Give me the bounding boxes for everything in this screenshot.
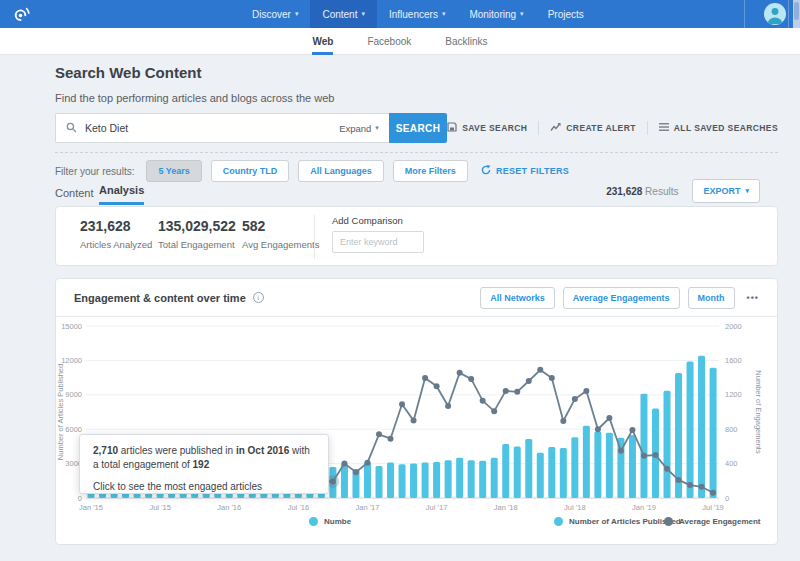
legend-label: Numbe	[324, 517, 351, 526]
action-label: CREATE ALERT	[566, 123, 636, 133]
divider	[314, 215, 315, 259]
list-icon	[659, 122, 669, 134]
svg-text:Jan '19: Jan '19	[632, 503, 656, 512]
svg-text:800: 800	[725, 425, 738, 434]
search-box[interactable]: Expand ▾	[55, 113, 389, 143]
legend-item-articles[interactable]: Number of Articles Published	[554, 517, 681, 526]
nav-item-discover[interactable]: Discover ▾	[240, 0, 310, 28]
chart-tooltip[interactable]: 2,710 articles were published in in Oct …	[79, 434, 329, 494]
all-networks-button[interactable]: All Networks	[480, 287, 555, 309]
chart-header: Engagement & content over time i All Net…	[56, 279, 777, 317]
svg-text:2000: 2000	[725, 322, 742, 331]
tab-backlinks[interactable]: Backlinks	[445, 28, 487, 55]
chevron-down-icon: ▾	[520, 10, 524, 18]
legend-dot-icon	[309, 517, 318, 526]
divider	[647, 121, 648, 135]
user-avatar[interactable]	[764, 3, 786, 25]
nav-item-monitoring[interactable]: Monitoring ▾	[457, 0, 535, 28]
app-logo-icon[interactable]	[12, 4, 32, 28]
export-button[interactable]: EXPORT ▾	[692, 179, 760, 203]
svg-text:Jan '16: Jan '16	[217, 503, 241, 512]
svg-text:15000: 15000	[61, 322, 82, 331]
comparison-keyword-input[interactable]	[332, 231, 424, 253]
tooltip-article-count: 2,710	[93, 445, 118, 456]
chevron-down-icon: ▾	[361, 10, 365, 18]
search-icon	[66, 119, 77, 137]
add-comparison-label: Add Comparison	[332, 215, 424, 226]
scrollbar-thumb[interactable]	[794, 2, 799, 20]
tooltip-click-hint: Click to see the most engaged articles	[93, 480, 315, 494]
save-icon	[447, 122, 457, 134]
search-button[interactable]: SEARCH	[389, 113, 447, 143]
chevron-down-icon: ▾	[375, 124, 379, 132]
svg-text:Jul '18: Jul '18	[564, 503, 585, 512]
divider	[55, 152, 778, 153]
divider	[538, 121, 539, 135]
filter-label: Filter your results:	[55, 166, 134, 177]
create-alert-button[interactable]: CREATE ALERT	[550, 122, 636, 134]
stat-articles-analyzed: 231,628 Articles Analyzed	[80, 218, 152, 250]
action-label: ALL SAVED SEARCHES	[674, 123, 778, 133]
stat-label: Total Engagement	[158, 239, 236, 250]
search-input[interactable]	[85, 122, 339, 134]
stat-avg-engagements: 582 Avg Engagements	[242, 218, 319, 250]
trend-arrow-icon	[550, 122, 561, 134]
svg-text:1200: 1200	[725, 390, 742, 399]
legend-item-engagement[interactable]: Average Engagement	[664, 517, 761, 526]
legend-dot-icon	[554, 517, 563, 526]
save-search-button[interactable]: SAVE SEARCH	[447, 122, 527, 134]
results-count-word: Results	[645, 186, 678, 197]
chart-legend: Numbe Number of Articles Published Avera…	[56, 517, 779, 533]
tab-facebook[interactable]: Facebook	[367, 28, 411, 55]
tooltip-engagement-value: 192	[193, 459, 210, 470]
results-tabs-row: Content Analysis 231,628 Results EXPORT …	[55, 179, 778, 205]
channel-subnav: Web Facebook Backlinks	[0, 28, 800, 55]
stat-value: 231,628	[80, 218, 152, 234]
add-comparison: Add Comparison	[332, 215, 424, 253]
svg-text:9000: 9000	[65, 390, 82, 399]
nav-item-content[interactable]: Content ▾	[310, 0, 377, 28]
tooltip-text: 2,710 articles were published in in Oct …	[93, 444, 315, 472]
nav-item-label: Content	[322, 9, 357, 20]
more-options-icon[interactable]: •••	[747, 293, 759, 303]
average-engagements-button[interactable]: Average Engagements	[563, 287, 680, 309]
legend-dot-icon	[664, 517, 673, 526]
engagement-chart-card: Engagement & content over time i All Net…	[55, 278, 778, 545]
tab-analysis[interactable]: Analysis	[99, 184, 144, 205]
month-button[interactable]: Month	[688, 287, 735, 309]
tab-web[interactable]: Web	[312, 28, 333, 55]
nav-divider	[744, 0, 745, 28]
nav-item-influencers[interactable]: Influencers ▾	[377, 0, 457, 28]
svg-text:1600: 1600	[725, 356, 742, 365]
chevron-down-icon: ▾	[295, 10, 299, 18]
nav-item-label: Monitoring	[469, 9, 516, 20]
chart-title: Engagement & content over time	[74, 292, 246, 304]
info-icon[interactable]: i	[253, 292, 264, 303]
svg-text:Jul '16: Jul '16	[288, 503, 309, 512]
search-actions: SAVE SEARCH CREATE ALERT ALL SAVED SEAR	[447, 121, 778, 135]
legend-item-truncated[interactable]: Numbe	[309, 517, 351, 526]
refresh-icon	[481, 165, 491, 177]
svg-text:Jan '17: Jan '17	[356, 503, 380, 512]
svg-text:400: 400	[725, 459, 738, 468]
nav-item-label: Discover	[252, 9, 291, 20]
svg-text:0: 0	[78, 494, 82, 503]
reset-label: RESET FILTERS	[496, 166, 569, 176]
person-icon	[764, 3, 786, 25]
tab-content[interactable]: Content	[55, 187, 94, 205]
page-title: Search Web Content	[55, 64, 201, 81]
expand-label: Expand	[339, 123, 371, 134]
svg-text:0: 0	[725, 494, 729, 503]
reset-filters-button[interactable]: RESET FILTERS	[481, 165, 569, 177]
stat-value: 135,029,522	[158, 218, 236, 234]
all-saved-searches-button[interactable]: ALL SAVED SEARCHES	[659, 122, 778, 134]
tooltip-month: in Oct 2016	[236, 445, 289, 456]
nav-item-projects[interactable]: Projects	[536, 0, 596, 28]
svg-text:Jan '18: Jan '18	[494, 503, 518, 512]
chevron-down-icon: ▾	[442, 10, 446, 18]
scrollbar-track[interactable]	[793, 0, 800, 28]
svg-text:12000: 12000	[61, 356, 82, 365]
stat-label: Avg Engagements	[242, 239, 319, 250]
svg-text:6000: 6000	[65, 425, 82, 434]
expand-toggle[interactable]: Expand ▾	[339, 123, 379, 134]
